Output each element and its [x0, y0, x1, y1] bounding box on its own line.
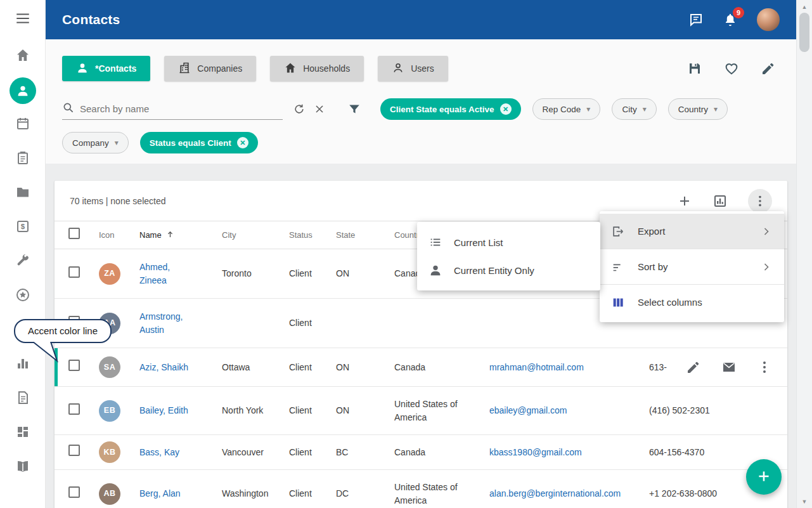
screen: $ Contacts 9 *Contacts — [0, 0, 812, 508]
table-row-active[interactable]: SA Aziz, Shaikh Ottawa Client ON Canada … — [55, 348, 787, 387]
filter-chip-client-state[interactable]: Client State equals Active ✕ — [380, 98, 521, 120]
row-checkbox[interactable] — [68, 445, 80, 456]
edit-pencil-icon[interactable] — [686, 360, 701, 375]
topbar: Contacts 9 — [46, 0, 796, 39]
edit-pencil-icon[interactable] — [761, 61, 776, 76]
contact-name-link[interactable]: Ahmed, Zineea — [139, 261, 198, 287]
selection-summary: 70 items | none selected — [70, 196, 166, 206]
contact-email-link[interactable]: alan.berg@berginternational.com — [489, 488, 621, 498]
person-outline-icon — [392, 62, 404, 76]
cell-status: Client — [289, 361, 336, 374]
filter-chips-row2: Company ▾ Status equals Client ✕ — [62, 132, 796, 153]
contact-name-link[interactable]: Bass, Kay — [139, 446, 179, 459]
sidebar-item-files[interactable] — [0, 176, 45, 211]
search-input[interactable] — [80, 103, 283, 114]
scrollbar-thumb[interactable] — [799, 13, 809, 52]
menu-item-export[interactable]: Export — [600, 214, 784, 249]
table-row[interactable]: AB Berg, Alan Washington Client DC Unite… — [55, 470, 787, 508]
tab-companies[interactable]: Companies — [164, 56, 256, 81]
remove-filter-icon[interactable]: ✕ — [237, 137, 248, 148]
contact-name-link[interactable]: Berg, Alan — [139, 487, 181, 500]
contact-name-link[interactable]: Bailey, Edith — [139, 404, 188, 417]
annotation-label: Accent color line — [14, 319, 112, 343]
favorite-heart-icon[interactable] — [724, 61, 739, 76]
export-submenu: Current List Current Entity Only — [417, 222, 600, 290]
sidebar-item-home[interactable] — [0, 39, 45, 74]
user-avatar[interactable] — [757, 8, 780, 31]
filter-panel: *Contacts Companies Households Users — [46, 39, 796, 164]
chevron-down-icon: ▾ — [115, 138, 119, 147]
menu-item-current-entity-only[interactable]: Current Entity Only — [417, 256, 600, 284]
email-envelope-icon[interactable] — [721, 360, 737, 375]
chat-icon[interactable] — [688, 12, 704, 27]
cell-country: United States of America — [394, 398, 489, 424]
more-options-button[interactable] — [748, 189, 772, 213]
sidebar: $ — [0, 0, 46, 508]
row-checkbox[interactable] — [68, 486, 80, 498]
table-row[interactable]: EB Bailey, Edith North York Client ON Un… — [55, 387, 787, 435]
contact-name-link[interactable]: Aziz, Shaikh — [139, 361, 188, 374]
notifications-button[interactable]: 9 — [723, 12, 738, 27]
clear-search-icon[interactable] — [313, 103, 326, 115]
cell-state: ON — [336, 267, 394, 280]
filter-chip-status[interactable]: Status equals Client ✕ — [140, 132, 258, 153]
sidebar-item-library[interactable] — [0, 450, 45, 485]
row-checkbox[interactable] — [68, 403, 80, 415]
insert-chart-icon[interactable] — [712, 193, 728, 209]
tab-households[interactable]: Households — [270, 56, 364, 81]
building-icon — [178, 62, 191, 76]
person-icon — [429, 263, 444, 278]
menu-item-sort-by[interactable]: Sort by — [600, 249, 784, 284]
sidebar-menu-toggle[interactable] — [0, 0, 45, 39]
view-actions — [687, 61, 776, 76]
sidebar-item-badges[interactable] — [0, 279, 45, 313]
contact-avatar: ZA — [99, 263, 120, 285]
page-title: Contacts — [62, 12, 120, 27]
sidebar-item-billing[interactable]: $ — [0, 211, 45, 245]
scroll-down-arrow[interactable]: ▼ — [797, 496, 812, 507]
sidebar-item-tools[interactable] — [0, 245, 45, 279]
cell-city: Ottawa — [222, 361, 289, 374]
row-more-options-icon[interactable] — [757, 360, 772, 375]
select-all-checkbox[interactable] — [68, 228, 80, 239]
row-checkbox[interactable] — [68, 360, 80, 371]
column-header-name[interactable]: Name — [139, 230, 222, 241]
contact-name-link[interactable]: Armstrong, Austin — [139, 310, 198, 337]
tab-contacts[interactable]: *Contacts — [62, 56, 150, 81]
column-header-icon[interactable]: Icon — [99, 230, 139, 240]
contact-email-link[interactable]: mrahman@hotmail.com — [489, 362, 584, 372]
sidebar-item-documents[interactable] — [0, 382, 45, 416]
filter-funnel-icon[interactable] — [347, 102, 361, 116]
menu-item-current-list[interactable]: Current List — [417, 228, 600, 256]
columns-icon — [611, 295, 626, 310]
column-header-city[interactable]: City — [222, 230, 289, 240]
sidebar-item-dashboard[interactable] — [0, 416, 45, 450]
sidebar-item-tasks[interactable] — [0, 142, 45, 176]
filter-chip-company[interactable]: Company ▾ — [62, 132, 129, 153]
filter-chip-rep-code[interactable]: Rep Code ▾ — [532, 98, 601, 120]
column-header-state[interactable]: State — [336, 230, 394, 240]
add-contact-fab[interactable] — [746, 459, 782, 495]
remove-filter-icon[interactable]: ✕ — [500, 103, 512, 115]
contact-email-link[interactable]: kbass1980@gmail.com — [489, 447, 582, 457]
tab-users[interactable]: Users — [378, 56, 448, 81]
refresh-icon[interactable] — [293, 103, 306, 115]
save-view-icon[interactable] — [687, 61, 702, 76]
sidebar-item-calendar[interactable] — [0, 108, 45, 142]
context-menu: Export Sort by Select columns — [600, 211, 784, 322]
cell-status: Client — [289, 446, 336, 459]
sidebar-item-contacts[interactable] — [0, 74, 45, 108]
cell-city: Washington — [222, 487, 289, 500]
cell-state: ON — [336, 404, 394, 417]
table-row[interactable]: KB Bass, Kay Vancouver Client BC Canada … — [55, 435, 787, 470]
home-icon — [15, 48, 30, 65]
filter-chip-country[interactable]: Country ▾ — [668, 98, 728, 120]
scroll-up-arrow[interactable]: ▲ — [797, 1, 812, 12]
column-header-status[interactable]: Status — [289, 230, 336, 240]
contact-email-link[interactable]: ebailey@gmail.com — [489, 405, 567, 415]
filter-chip-city[interactable]: City ▾ — [612, 98, 656, 120]
row-checkbox[interactable] — [68, 266, 80, 278]
menu-item-select-columns[interactable]: Select columns — [600, 285, 784, 320]
add-icon[interactable] — [677, 193, 692, 209]
vertical-scrollbar[interactable]: ▲ ▼ — [796, 0, 812, 508]
